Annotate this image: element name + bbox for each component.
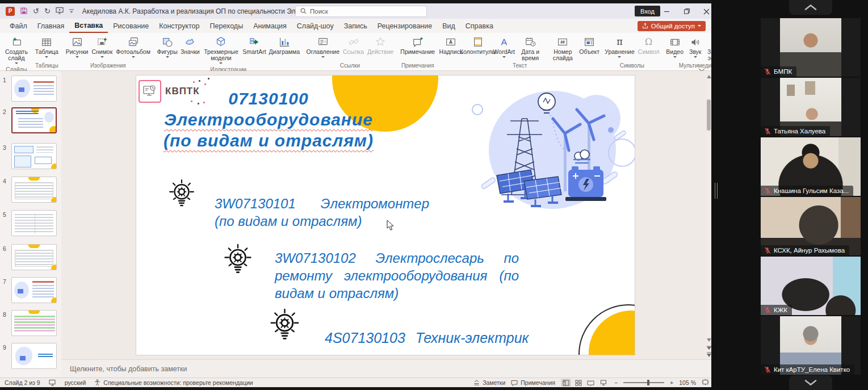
table-of-contents-icon: [316, 35, 330, 48]
ribbon-button-icons[interactable]: Значки: [179, 34, 201, 55]
panel-resize-handle[interactable]: [715, 183, 718, 199]
participant-tile-kshk[interactable]: КСХК, Айнур Рахымова: [761, 197, 861, 255]
tab-file[interactable]: Файл: [5, 19, 32, 33]
participant-tile-kzhk[interactable]: КЖК: [761, 257, 861, 315]
scroll-participants-up-button[interactable]: [789, 0, 832, 15]
sign-in-button[interactable]: Вход: [635, 6, 660, 16]
ribbon-group-symbols: π Уравнение Ω Символ Символы: [602, 33, 662, 70]
view-slideshow-button[interactable]: [598, 379, 609, 387]
tab-slideshow[interactable]: Слайд-шоу: [292, 19, 339, 33]
tab-draw[interactable]: Рисование: [108, 19, 154, 33]
ribbon-button-photo-album[interactable]: Фотоальбом: [114, 34, 152, 60]
ribbon-button-smartart[interactable]: SmartArt: [241, 34, 267, 55]
view-slide-sorter-button[interactable]: [573, 379, 584, 387]
slide-thumbnail-7[interactable]: [11, 277, 57, 303]
tab-home[interactable]: Главная: [32, 19, 70, 33]
ribbon-button-object[interactable]: Объект: [579, 34, 599, 55]
ribbon-button-equation[interactable]: π Уравнение: [603, 34, 636, 60]
thumbnail-row-4: 4: [0, 177, 61, 205]
powerpoint-logo-icon[interactable]: P: [6, 7, 15, 16]
tab-view[interactable]: Вид: [437, 19, 460, 33]
fit-to-window-icon[interactable]: [702, 379, 709, 387]
undo-icon[interactable]: ↺: [33, 7, 39, 15]
bullet-text-2[interactable]: 3W07130102 Электрослесарь по ремонту эле…: [275, 249, 519, 302]
slide-thumbnail-1[interactable]: [11, 76, 57, 102]
search-input[interactable]: Поиск: [295, 6, 427, 17]
thumbnail-preview: [28, 245, 40, 248]
comments-toggle[interactable]: Примечания: [511, 379, 555, 386]
ribbon-button-comment[interactable]: Примечание: [399, 34, 437, 55]
view-normal-button[interactable]: [561, 379, 571, 387]
slide-thumbnail-3[interactable]: [11, 143, 57, 169]
slide-thumbnail-9[interactable]: [11, 343, 57, 369]
participant-tile-knashina[interactable]: Кнашина Гульсим Каза...: [761, 137, 861, 196]
start-slideshow-icon[interactable]: [56, 7, 64, 15]
participant-tile-bmpk[interactable]: БМПК: [761, 18, 861, 77]
restore-button[interactable]: [678, 5, 696, 18]
collapse-ribbon-icon[interactable]: [698, 64, 706, 69]
ribbon-button-chart[interactable]: Диаграмма: [267, 34, 301, 55]
ribbon-button-audio[interactable]: Звук: [685, 34, 706, 60]
ribbon-button-shapes[interactable]: Фигуры: [156, 34, 179, 60]
notes-pane[interactable]: Щелкните, чтобы добавить заметки: [61, 359, 711, 378]
ribbon-button-toc[interactable]: Оглавление: [304, 34, 341, 60]
ribbon-button-slide-number[interactable]: Номер слайда: [547, 34, 580, 61]
ribbon-button-table[interactable]: Таблица: [33, 34, 60, 60]
notes-toggle[interactable]: Заметки: [473, 379, 505, 386]
bullet-text-3[interactable]: 4S07130103Техник-электрик: [325, 329, 569, 347]
thumbnail-preview: [15, 250, 53, 267]
zoom-in-button[interactable]: +: [670, 379, 673, 386]
next-slide-button[interactable]: [706, 352, 711, 357]
language-label[interactable]: русский: [65, 379, 86, 386]
ribbon-button-new-slide[interactable]: Создать слайд: [3, 34, 30, 66]
scroll-participants-down-button[interactable]: [789, 375, 832, 390]
ribbon-button-screenshot[interactable]: Снимок: [90, 34, 114, 60]
scroll-up-icon[interactable]: [706, 75, 711, 78]
slide-thumbnail-6[interactable]: [11, 244, 57, 270]
minimize-button[interactable]: [657, 5, 676, 18]
customize-qat-icon[interactable]: [69, 7, 74, 15]
zoom-out-button[interactable]: −: [614, 379, 618, 386]
editor-scrollbar[interactable]: [706, 74, 711, 359]
participant-tile-khalueva[interactable]: Татьяна Халуева: [761, 78, 861, 136]
ribbon-button-pictures[interactable]: Рисунки: [64, 34, 90, 60]
tab-design[interactable]: Конструктор: [154, 19, 204, 33]
link-icon: [346, 35, 361, 48]
zoom-level[interactable]: 105 %: [679, 379, 696, 386]
tab-record[interactable]: Запись: [339, 19, 372, 33]
ribbon-button-3d-models[interactable]: Трехмерные модели: [201, 34, 241, 66]
bullet-text-1[interactable]: 3W07130101Электромонтер (по видам и отра…: [215, 195, 442, 230]
ribbon-button-header-footer[interactable]: Колонтитулы: [462, 34, 494, 55]
tab-help[interactable]: Справка: [460, 19, 498, 33]
slide-title[interactable]: 07130100 Электрооборудование (по видам и…: [160, 88, 377, 151]
redo-icon[interactable]: ↻: [44, 7, 51, 15]
tab-insert[interactable]: Вставка: [69, 19, 108, 33]
share-button[interactable]: Общий доступ: [638, 21, 706, 31]
save-icon[interactable]: [20, 7, 28, 16]
zoom-slider-thumb[interactable]: [647, 380, 649, 385]
zoom-slider[interactable]: [623, 382, 664, 383]
slide-thumbnail-4[interactable]: [11, 177, 57, 203]
slide-thumbnail-8[interactable]: [11, 310, 57, 336]
ribbon-button-date-time[interactable]: Дата и время: [514, 34, 547, 61]
ribbon-button-wordart[interactable]: WordArt: [494, 34, 514, 60]
chevron-down-icon: [502, 56, 506, 60]
slide-thumbnail-5[interactable]: [11, 210, 57, 236]
tab-animations[interactable]: Анимация: [248, 19, 292, 33]
participant-tile-kvitko[interactable]: Кит кАрТУ_Елена Квитко: [761, 316, 861, 375]
slide-canvas[interactable]: КВПТК 07130100 Электрооборудование (по в…: [136, 76, 635, 355]
thumbnail-preview: [18, 289, 23, 293]
ribbon-button-video[interactable]: Видео: [665, 34, 685, 60]
tab-review[interactable]: Рецензирование: [372, 19, 438, 33]
mouse-cursor: [386, 220, 394, 231]
accessibility-status[interactable]: Специальные возможности: проверьте реком…: [94, 379, 253, 386]
display-settings-icon[interactable]: [49, 379, 56, 386]
scroll-down-icon[interactable]: [706, 338, 711, 342]
accessibility-label: Специальные возможности: проверьте реком…: [103, 379, 253, 386]
slide-thumbnail-2-selected[interactable]: [11, 107, 57, 133]
ribbon-button-textbox[interactable]: Надпись: [440, 34, 462, 55]
previous-slide-button[interactable]: [706, 345, 711, 350]
tab-transitions[interactable]: Переходы: [205, 19, 249, 33]
view-reading-button[interactable]: [586, 379, 596, 387]
scrollbar-thumb[interactable]: [707, 99, 711, 131]
